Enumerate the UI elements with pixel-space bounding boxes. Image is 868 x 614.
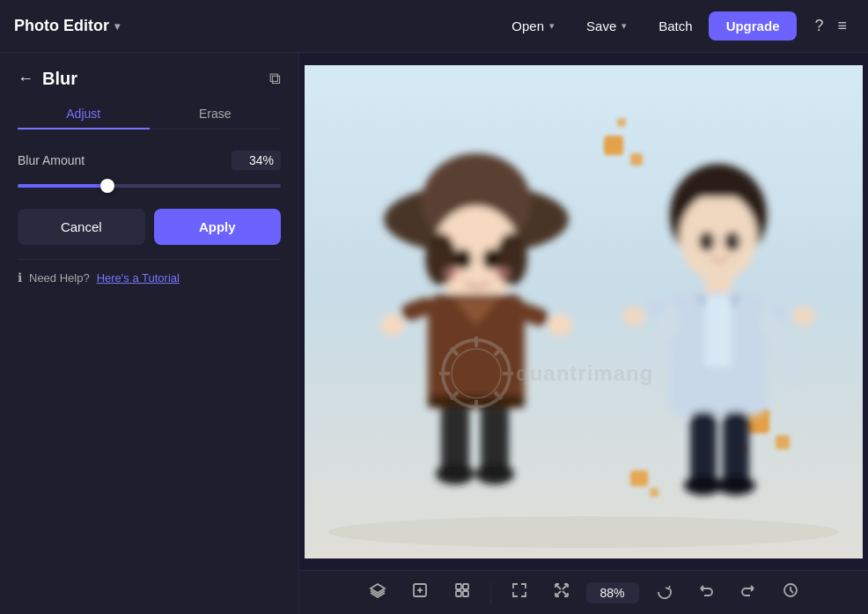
apply-button[interactable]: Apply [154, 209, 282, 245]
svg-rect-42 [690, 411, 717, 486]
right-canvas: quantrimang [299, 53, 868, 614]
separator-1 [490, 582, 491, 603]
svg-point-41 [792, 307, 815, 326]
svg-point-22 [380, 314, 405, 336]
menu-icon: ≡ [837, 17, 847, 34]
svg-text:quantrimang: quantrimang [516, 361, 653, 385]
expand-icon [553, 581, 570, 603]
svg-point-30 [680, 193, 757, 281]
blur-amount-row: Blur Amount [18, 151, 281, 170]
app-title-group[interactable]: Photo Editor ▾ [14, 17, 120, 35]
edit-icon [411, 581, 429, 603]
grid-icon [453, 581, 471, 603]
svg-rect-9 [650, 488, 658, 497]
help-text: Need Help? [29, 271, 90, 285]
edit-button[interactable] [402, 576, 438, 609]
fit-icon [511, 581, 528, 603]
svg-rect-60 [456, 584, 461, 589]
layers-icon [369, 581, 386, 603]
svg-point-33 [707, 237, 712, 242]
open-button[interactable]: Open ▾ [497, 11, 569, 41]
svg-rect-4 [617, 118, 626, 127]
history-icon [782, 581, 799, 603]
info-icon: ℹ [18, 270, 22, 285]
svg-point-34 [732, 237, 738, 242]
layers-button[interactable] [360, 576, 395, 609]
redo-button[interactable] [731, 576, 766, 609]
history-button[interactable] [773, 576, 808, 609]
blur-slider-container [18, 177, 281, 195]
menu-button[interactable]: ≡ [830, 10, 854, 42]
svg-rect-37 [705, 296, 732, 366]
fit-button[interactable] [502, 576, 537, 609]
tab-adjust[interactable]: Adjust [18, 100, 150, 129]
svg-rect-6 [776, 435, 790, 449]
svg-point-23 [548, 314, 572, 336]
help-icon-button[interactable]: ? [807, 10, 830, 42]
svg-point-26 [436, 463, 474, 485]
svg-point-16 [482, 248, 500, 270]
rotate-button[interactable] [646, 576, 681, 609]
app-title-chevron: ▾ [114, 20, 120, 33]
svg-point-45 [717, 476, 755, 495]
panel-tabs: Adjust Erase [18, 100, 281, 129]
grid-button[interactable] [445, 576, 480, 609]
slider-thumb[interactable] [100, 179, 114, 193]
svg-rect-62 [456, 591, 461, 596]
slider-track [18, 184, 281, 188]
panel-controls: Blur Amount Cancel Apply ℹ Need Help? He… [0, 144, 298, 302]
svg-rect-3 [630, 153, 643, 166]
svg-rect-2 [604, 136, 623, 155]
canvas-image: quantrimang [305, 65, 863, 559]
undo-icon [697, 581, 715, 603]
svg-rect-61 [463, 584, 468, 589]
expand-button[interactable] [544, 576, 579, 609]
action-buttons-row: Cancel Apply [18, 209, 281, 245]
rotate-icon [655, 581, 673, 603]
svg-point-27 [475, 463, 514, 485]
svg-point-18 [493, 267, 511, 279]
blur-amount-label: Blur Amount [18, 153, 85, 167]
bottom-toolbar: 88% [299, 570, 868, 614]
zoom-display: 88% [586, 582, 639, 603]
cancel-button[interactable]: Cancel [18, 209, 145, 245]
canvas-area: quantrimang [299, 53, 868, 570]
topnav: Photo Editor ▾ Open ▾ Save ▾ Batch Upgra… [0, 0, 868, 53]
svg-point-1 [328, 516, 839, 548]
redo-icon [739, 581, 757, 603]
upgrade-button[interactable]: Upgrade [709, 11, 798, 41]
slider-fill [18, 184, 107, 188]
save-button[interactable]: Save ▾ [572, 11, 641, 41]
svg-rect-63 [463, 591, 468, 596]
svg-point-17 [444, 267, 461, 279]
main-area: ← Blur ⧉ Adjust Erase Blur Amount [0, 53, 868, 614]
svg-rect-8 [630, 470, 648, 486]
undo-button[interactable] [688, 576, 724, 609]
tab-erase[interactable]: Erase [150, 100, 282, 129]
left-panel: ← Blur ⧉ Adjust Erase Blur Amount [0, 53, 299, 614]
panel-title: Blur [42, 69, 77, 89]
svg-point-15 [454, 248, 472, 270]
svg-point-32 [725, 232, 740, 251]
tutorial-link[interactable]: Here's a Tutorial [97, 271, 180, 285]
blur-value-input[interactable] [232, 151, 281, 170]
svg-point-31 [699, 232, 715, 251]
copy-icon-button[interactable]: ⧉ [269, 70, 281, 88]
question-icon: ? [814, 17, 823, 34]
back-arrow-button[interactable]: ← [18, 70, 33, 88]
panel-title-row: ← Blur [18, 69, 77, 89]
svg-rect-43 [723, 411, 749, 486]
svg-point-40 [622, 307, 645, 326]
help-row: ℹ Need Help? Here's a Tutorial [18, 259, 281, 295]
app-title-text: Photo Editor [14, 17, 109, 35]
batch-button[interactable]: Batch [644, 11, 706, 41]
panel-header: ← Blur ⧉ [0, 53, 298, 100]
